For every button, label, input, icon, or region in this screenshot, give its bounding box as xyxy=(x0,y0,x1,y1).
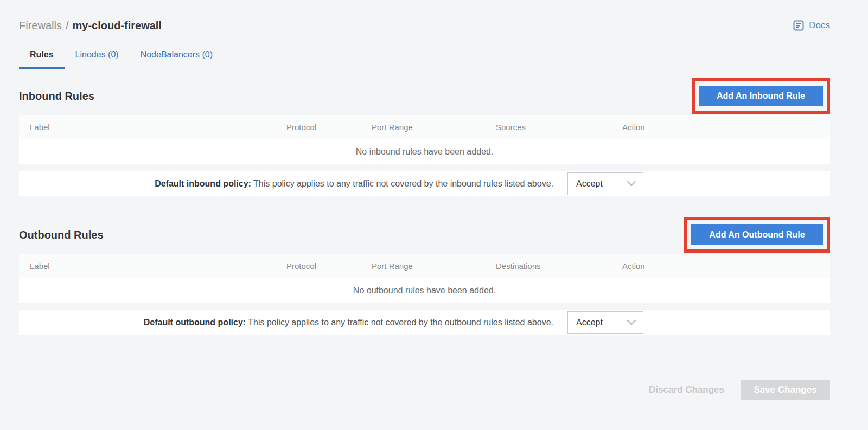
annotation-highlight-outbound: Add An Outbound Rule xyxy=(684,217,830,253)
inbound-section-header: Inbound Rules Add An Inbound Rule xyxy=(19,78,830,114)
page-content: Firewalls / my-cloud-firewall Docs Rules… xyxy=(19,0,830,400)
outbound-policy-label: Default outbound policy: xyxy=(144,318,246,327)
inbound-column-sources: Sources xyxy=(485,123,611,132)
inbound-column-protocol: Protocol xyxy=(276,123,361,132)
outbound-empty-message: No outbound rules have been added. xyxy=(19,278,830,303)
breadcrumb-current-firewall: my-cloud-firewall xyxy=(72,20,161,32)
breadcrumb-separator: / xyxy=(66,20,69,32)
tab-bar: Rules Linodes (0) NodeBalancers (0) xyxy=(19,50,830,68)
outbound-section-header: Outbound Rules Add An Outbound Rule xyxy=(19,217,830,253)
inbound-empty-message: No inbound rules have been added. xyxy=(19,139,830,164)
outbound-policy-text: Default outbound policy: This policy app… xyxy=(144,318,553,328)
tab-linodes[interactable]: Linodes (0) xyxy=(65,50,130,68)
outbound-rules-title: Outbound Rules xyxy=(19,229,104,241)
annotation-highlight-inbound: Add An Inbound Rule xyxy=(692,78,830,114)
outbound-column-port-range: Port Range xyxy=(361,261,485,271)
chevron-down-icon xyxy=(627,318,636,328)
breadcrumb-firewalls-link[interactable]: Firewalls xyxy=(19,20,62,32)
outbound-column-label: Label xyxy=(19,261,276,271)
add-inbound-rule-button[interactable]: Add An Inbound Rule xyxy=(699,86,823,106)
inbound-policy-row: Default inbound policy: This policy appl… xyxy=(19,171,830,196)
inbound-policy-label: Default inbound policy: xyxy=(155,179,251,188)
outbound-policy-selected-value: Accept xyxy=(576,318,603,328)
inbound-rules-table: Label Protocol Port Range Sources Action… xyxy=(19,115,830,196)
chevron-down-icon xyxy=(627,179,636,189)
default-outbound-policy-select[interactable]: Accept xyxy=(567,311,643,334)
inbound-table-header: Label Protocol Port Range Sources Action xyxy=(19,115,830,139)
discard-changes-button[interactable]: Discard Changes xyxy=(649,384,724,395)
inbound-policy-description: This policy applies to any traffic not c… xyxy=(253,179,553,188)
add-outbound-rule-button[interactable]: Add An Outbound Rule xyxy=(691,224,823,245)
outbound-rules-table: Label Protocol Port Range Destinations A… xyxy=(19,254,830,335)
inbound-policy-selected-value: Accept xyxy=(576,179,603,189)
outbound-policy-row: Default outbound policy: This policy app… xyxy=(19,310,830,335)
inbound-rules-title: Inbound Rules xyxy=(19,90,94,102)
inbound-column-port-range: Port Range xyxy=(361,123,485,132)
save-changes-button[interactable]: Save Changes xyxy=(741,380,830,400)
tab-rules[interactable]: Rules xyxy=(19,50,65,69)
page-header: Firewalls / my-cloud-firewall Docs xyxy=(19,18,830,33)
footer-actions: Discard Changes Save Changes xyxy=(19,380,830,400)
tab-nodebalancers[interactable]: NodeBalancers (0) xyxy=(130,50,224,68)
inbound-column-label: Label xyxy=(19,123,276,132)
outbound-table-header: Label Protocol Port Range Destinations A… xyxy=(19,254,830,278)
default-inbound-policy-select[interactable]: Accept xyxy=(567,172,643,195)
docs-link-label: Docs xyxy=(809,20,830,31)
outbound-column-destinations: Destinations xyxy=(485,261,611,271)
docs-link[interactable]: Docs xyxy=(793,20,830,31)
outbound-column-protocol: Protocol xyxy=(276,261,361,271)
inbound-column-action: Action xyxy=(611,123,830,132)
outbound-policy-description: This policy applies to any traffic not c… xyxy=(248,318,553,327)
breadcrumb: Firewalls / my-cloud-firewall xyxy=(19,20,162,32)
docs-icon xyxy=(793,20,805,31)
outbound-column-action: Action xyxy=(611,261,830,271)
inbound-policy-text: Default inbound policy: This policy appl… xyxy=(155,179,553,189)
